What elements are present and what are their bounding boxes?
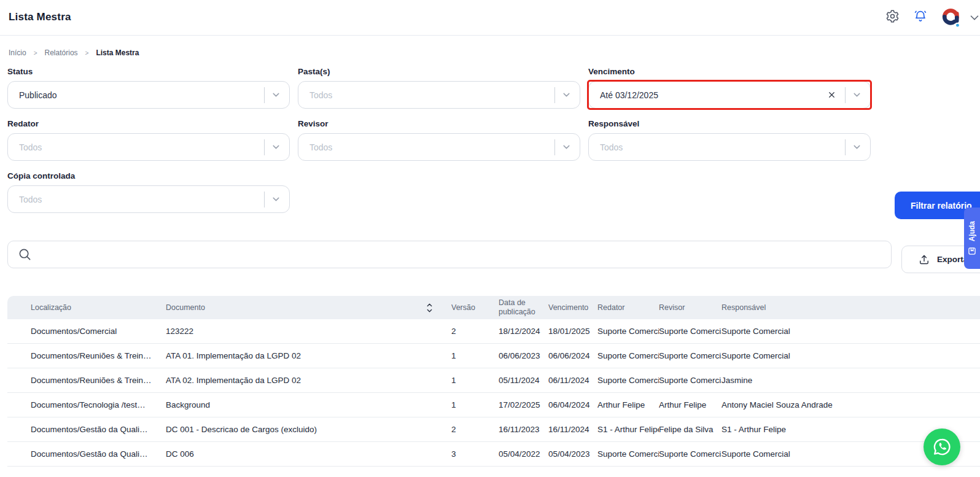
- column-header-data-publicacao[interactable]: Data de publicação: [499, 296, 548, 319]
- responsavel-select[interactable]: Todos: [588, 133, 871, 161]
- gear-icon[interactable]: [884, 8, 900, 24]
- pastas-select-value: Todos: [309, 90, 548, 100]
- cell-responsavel: Suporte Comercial: [721, 344, 980, 368]
- copia-controlada-select-value: Todos: [19, 195, 258, 204]
- cell-versao: 2: [451, 319, 499, 344]
- chevron-down-icon[interactable]: [271, 142, 281, 152]
- column-header-versao[interactable]: Versão: [451, 296, 499, 319]
- cell-versao: 1: [451, 393, 499, 417]
- select-divider: [264, 87, 265, 103]
- cell-versao: 3: [451, 442, 499, 467]
- table-row[interactable]: Documentos/Gestão da Quali… DC 001 - Des…: [7, 417, 980, 442]
- breadcrumb-inicio[interactable]: Início: [9, 48, 26, 57]
- cell-documento: Background: [166, 393, 451, 417]
- revisor-select[interactable]: Todos: [298, 133, 580, 161]
- chevron-down-icon[interactable]: [852, 142, 862, 152]
- filter-redator: Redator Todos: [7, 119, 290, 161]
- select-divider: [554, 139, 555, 155]
- cell-localizacao: Documentos/Gestão da Quali…: [7, 417, 166, 442]
- cell-redator: Suporte Comercial: [597, 344, 659, 368]
- cell-documento: ATA 02. Implementação da LGPD 02: [166, 368, 451, 393]
- filter-label: Responsável: [588, 119, 871, 128]
- filter-copia-controlada: Cópia controlada Todos: [7, 171, 290, 213]
- cell-redator: Suporte Comercial: [597, 442, 659, 467]
- chevron-down-icon[interactable]: [561, 142, 572, 152]
- filter-label: Pasta(s): [298, 67, 580, 76]
- column-header-documento-label: Documento: [166, 303, 205, 312]
- sort-arrows-icon[interactable]: [426, 303, 433, 316]
- cell-data-publicacao: 06/06/2023: [499, 344, 548, 368]
- cell-vencimento: 05/04/2023: [548, 442, 597, 467]
- cell-vencimento: 16/11/2024: [548, 417, 597, 442]
- cell-data-publicacao: 05/11/2024: [499, 368, 548, 393]
- copia-controlada-select[interactable]: Todos: [7, 185, 290, 213]
- chevron-down-icon[interactable]: [561, 90, 572, 100]
- table-row[interactable]: Documentos/Reuniões & Trein… ATA 01. Imp…: [7, 344, 980, 368]
- help-tab-label: Ajuda: [968, 221, 976, 241]
- search-box: [7, 241, 892, 268]
- search-input[interactable]: [7, 241, 892, 268]
- redator-select[interactable]: Todos: [7, 133, 290, 161]
- redator-select-value: Todos: [19, 142, 258, 152]
- chevron-down-icon[interactable]: [852, 90, 862, 100]
- breadcrumb-separator-icon: >: [85, 50, 89, 56]
- filter-responsavel: Responsável Todos: [588, 119, 871, 161]
- filter-pastas: Pasta(s) Todos: [298, 67, 580, 109]
- filter-status: Status Publicado: [7, 67, 290, 109]
- cell-localizacao: Documentos/Comercial: [7, 319, 166, 344]
- cell-revisor: Suporte Comercial: [659, 442, 721, 467]
- table-row[interactable]: Documentos/Tecnologia /test… Background …: [7, 393, 980, 417]
- status-select[interactable]: Publicado: [7, 81, 290, 109]
- cell-versao: 2: [451, 417, 499, 442]
- cell-responsavel: Jasmine: [721, 368, 980, 393]
- cell-revisor: Suporte Comercial: [659, 344, 721, 368]
- cell-data-publicacao: 16/11/2023: [499, 417, 548, 442]
- cell-redator: Suporte Comercial: [597, 319, 659, 344]
- cell-data-publicacao: 05/04/2022: [499, 442, 548, 467]
- chevron-down-icon[interactable]: [966, 10, 980, 26]
- breadcrumb-relatorios[interactable]: Relatórios: [45, 48, 78, 57]
- select-divider: [845, 87, 846, 103]
- select-divider: [264, 139, 265, 155]
- chevron-down-icon[interactable]: [271, 194, 281, 204]
- cell-data-publicacao: 17/02/2025: [499, 393, 548, 417]
- select-divider: [554, 87, 555, 103]
- whatsapp-icon: [931, 436, 953, 458]
- cell-redator: S1 - Arthur Felipe: [597, 417, 659, 442]
- table-row[interactable]: Documentos/Gestão da Quali… DC 006 3 05/…: [7, 442, 980, 467]
- topbar: Lista Mestra: [0, 0, 980, 36]
- revisor-select-value: Todos: [309, 142, 548, 152]
- status-select-value: Publicado: [19, 90, 258, 100]
- bell-icon[interactable]: [912, 8, 928, 24]
- vencimento-select[interactable]: Até 03/12/2025: [588, 81, 871, 109]
- column-header-localizacao[interactable]: Localização: [7, 296, 166, 319]
- cell-documento: 123222: [166, 319, 451, 344]
- help-tab[interactable]: Ajuda: [964, 207, 980, 269]
- cell-localizacao: Documentos/Reuniões & Trein…: [7, 344, 166, 368]
- chevron-down-icon[interactable]: [271, 90, 281, 100]
- table-row[interactable]: Documentos/Reuniões & Trein… ATA 02. Imp…: [7, 368, 980, 393]
- column-header-documento[interactable]: Documento: [166, 296, 451, 319]
- cell-responsavel: Suporte Comercial: [721, 319, 980, 344]
- cell-revisor: Felipe da Silva: [659, 417, 721, 442]
- clear-icon[interactable]: [827, 90, 836, 99]
- cell-localizacao: Documentos/Gestão da Quali…: [7, 442, 166, 467]
- select-divider: [845, 139, 846, 155]
- column-header-redator[interactable]: Redator: [597, 296, 659, 319]
- column-header-revisor[interactable]: Revisor: [659, 296, 721, 319]
- cell-documento: ATA 01. Implementação da LGPD 02: [166, 344, 451, 368]
- brand-logo[interactable]: [941, 6, 962, 29]
- column-header-responsavel[interactable]: Responsável: [721, 296, 980, 319]
- cell-versao: 1: [451, 344, 499, 368]
- cell-vencimento: 06/06/2024: [548, 344, 597, 368]
- table-row[interactable]: Documentos/Comercial 123222 2 18/12/2024…: [7, 319, 980, 344]
- lista-mestra-page: Lista Mestra: [0, 0, 980, 477]
- whatsapp-button[interactable]: [924, 429, 960, 465]
- filters-panel: Status Publicado Pasta(s) Todos Vencimen…: [7, 67, 871, 213]
- vencimento-select-value: Até 03/12/2025: [600, 90, 827, 100]
- filter-label: Redator: [7, 119, 290, 128]
- pastas-select[interactable]: Todos: [298, 81, 580, 109]
- cell-data-publicacao: 18/12/2024: [499, 319, 548, 344]
- column-header-vencimento[interactable]: Vencimento: [548, 296, 597, 319]
- cell-vencimento: 06/04/2024: [548, 393, 597, 417]
